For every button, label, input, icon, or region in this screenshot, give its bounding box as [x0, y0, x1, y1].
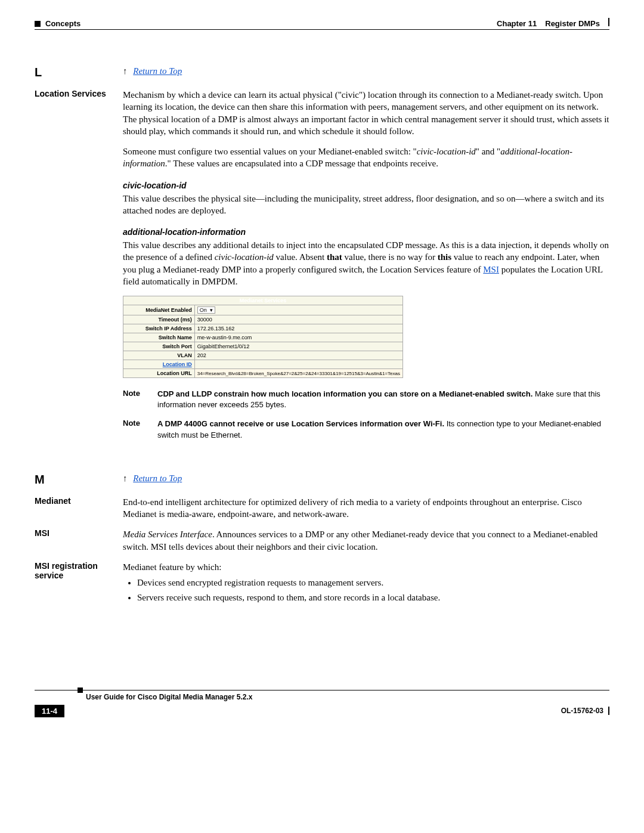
header-marker-icon [35, 21, 41, 27]
return-to-top-link[interactable]: Return to Top [133, 473, 182, 483]
note-1: Note CDP and LLDP constrain how much loc… [123, 389, 609, 410]
table-row: Switch IP Address172.26.135.162 [123, 324, 403, 333]
term-medianet: Medianet [35, 496, 123, 506]
location-services-p2: Someone must configure two essential val… [123, 145, 609, 170]
medianet-p: End-to-end intelligent architecture for … [123, 496, 609, 521]
table-row-highlighted: Location URL34=Research_Blvd&28=Broken_S… [123, 369, 403, 378]
term-msi-registration-service: MSI registration service [35, 561, 123, 580]
table-row: Timeout (ms)30000 [123, 315, 403, 324]
arrow-up-icon: ↑ [123, 66, 128, 76]
table-row: MediaNet EnabledOn ▾ [123, 305, 403, 315]
civic-location-id-heading: civic-location-id [123, 181, 609, 190]
additional-location-info-p: This value describes any additional deta… [123, 239, 609, 287]
msi-reg-intro: Medianet feature by which: [123, 561, 609, 573]
footer-bar-icon [608, 707, 609, 715]
footer-guide-title: User Guide for Cisco Digital Media Manag… [86, 693, 609, 701]
table-row: VLAN202 [123, 351, 403, 360]
medianet-table-title: Medianet Services [123, 296, 403, 305]
list-item: Servers receive such requests, respond t… [137, 592, 609, 604]
footer-doc-id: OL-15762-03 [561, 707, 603, 715]
list-item: Devices send encrypted registration requ… [137, 577, 609, 589]
table-row: Switch Nameme-w-austin-9.me.com [123, 333, 403, 342]
term-msi: MSI [35, 528, 123, 538]
return-to-top-link[interactable]: Return to Top [133, 66, 182, 76]
header-title: Register DMPs [545, 19, 600, 28]
arrow-up-icon: ↑ [123, 473, 128, 483]
location-services-p1: Mechanism by which a device can learn it… [123, 89, 609, 137]
msi-reg-bullets: Devices send encrypted registration requ… [123, 577, 609, 604]
header-bar-icon [608, 18, 609, 26]
section-letter-m: M [35, 473, 45, 486]
note-2: Note A DMP 4400G cannot receive or use L… [123, 419, 609, 440]
page-number: 11-4 [35, 705, 64, 717]
table-row: Switch PortGigabitEthernet1/0/12 [123, 342, 403, 351]
header-section: Concepts [45, 19, 80, 28]
additional-location-info-heading: additional-location-information [123, 227, 609, 237]
medianet-services-table: Medianet Services MediaNet EnabledOn ▾ T… [123, 296, 403, 378]
table-row: Location ID [123, 360, 403, 369]
civic-location-id-p: This value describes the physical site—i… [123, 193, 609, 217]
msi-link[interactable]: MSI [483, 265, 499, 274]
footer-marker-icon [78, 688, 83, 693]
header-chapter: Chapter 11 [497, 19, 537, 28]
msi-p: Media Services Interface. Announces serv… [123, 528, 609, 553]
page-header: Concepts Chapter 11 Register DMPs [35, 18, 609, 30]
medianet-enabled-select[interactable]: On ▾ [197, 306, 215, 314]
term-location-services: Location Services [35, 89, 123, 98]
page-footer: User Guide for Cisco Digital Media Manag… [35, 690, 609, 717]
section-letter-l: L [35, 66, 42, 79]
